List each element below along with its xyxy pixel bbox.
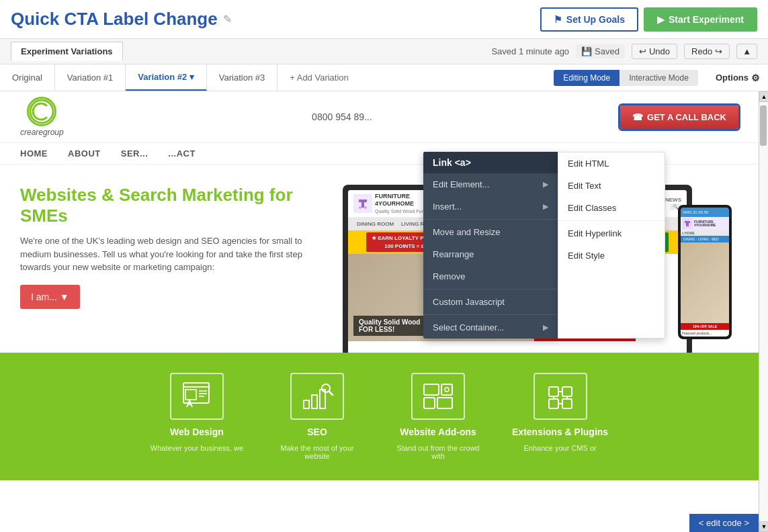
experiment-variations-tab[interactable]: Experiment Variations (11, 42, 123, 61)
call-back-label: GET A CALL BACK (647, 112, 726, 122)
menu-edit-element[interactable]: Edit Element... ▶ (423, 173, 558, 195)
call-back-button[interactable]: ☎ GET A CALL BACK (620, 105, 738, 129)
phone-menu-1: ≡ (682, 231, 684, 235)
hero-body: We're one of the UK's leading web design… (20, 234, 302, 274)
logo-circle (27, 97, 56, 126)
menu-move-resize[interactable]: Move and Resize (423, 221, 558, 243)
edit-title-icon[interactable]: ✎ (223, 13, 232, 26)
context-menu-header: Link <a> (423, 152, 558, 173)
menu-remove[interactable]: Remove (423, 265, 558, 287)
tab-variation-3[interactable]: Variation #3 (207, 64, 278, 91)
addons-svg (421, 382, 455, 412)
extensions-label: Extensions & Plugins (512, 427, 608, 437)
menu-right-sep (558, 220, 665, 221)
furniture-logo-svg (353, 194, 372, 213)
menu-edit-style[interactable]: Edit Style (558, 245, 665, 267)
tab-variation-2[interactable]: Variation #2 ▾ (126, 64, 207, 91)
tab-variation-1[interactable]: Variation #1 (55, 64, 126, 91)
seo-desc: Make the most of your website (270, 444, 364, 460)
creare-logo-svg (29, 99, 54, 124)
svg-rect-18 (441, 384, 452, 395)
saved-label: Saved (595, 46, 620, 56)
add-variation-tab[interactable]: + Add Variation (278, 66, 361, 89)
context-menu-right: Edit HTML Edit Text Edit Classes Edit Hy… (558, 152, 665, 339)
phone-brand: FURNITURE4YOURHOME (694, 220, 716, 227)
menu-separator-2 (423, 289, 558, 290)
svg-point-2 (359, 206, 361, 209)
variations-bar: Original Variation #1 Variation #2 ▾ Var… (0, 64, 768, 91)
save-icon: 💾 (581, 46, 592, 56)
nav-dining[interactable]: DINING ROOM (353, 220, 397, 228)
menu-home[interactable]: HOME (20, 148, 48, 159)
menu-insert-label: Insert... (433, 202, 462, 212)
phone-mockup: 0992.31.00.50 FURNITURE4YOURHOME ≡ HOME (678, 205, 732, 339)
seo-svg (300, 382, 334, 412)
setup-goals-label: Set Up Goals (566, 14, 625, 25)
options-button[interactable]: Options ⚙ (708, 69, 768, 87)
interactive-mode-button[interactable]: Interactive Mode (620, 70, 698, 86)
quality-label: Quality Solid WoodFOR LESS! (353, 316, 425, 336)
gear-icon: ⚙ (751, 73, 760, 83)
undo-button[interactable]: ↩ Undo (632, 44, 677, 59)
menu-insert[interactable]: Insert... ▶ (423, 195, 558, 218)
redo-button[interactable]: Redo ↪ (684, 44, 730, 59)
phone-main-image (681, 242, 729, 323)
main-content: crearegroup 0800 954 89... ☎ GET A CALL … (0, 91, 768, 532)
menu-custom-js-label: Custom Javascript (433, 297, 505, 307)
menu-contact[interactable]: ...ACT (168, 148, 196, 159)
service-addons: Website Add-ons Stand out from the crowd… (391, 373, 485, 460)
set-up-goals-button[interactable]: ⚑ Set Up Goals (540, 7, 638, 32)
scroll-thumb[interactable] (760, 105, 767, 146)
phone-icon: ☎ (632, 112, 643, 122)
service-extensions: Extensions & Plugins Enhance your CMS or (512, 373, 608, 460)
menu-remove-label: Remove (433, 271, 465, 281)
menu-select-container[interactable]: Select Container... ▶ (423, 316, 558, 339)
web-design-desc: Whatever your business, we (151, 444, 243, 452)
menu-rearrange[interactable]: Rearrange (423, 243, 558, 265)
collapse-button[interactable]: ▲ (736, 44, 757, 59)
edit-code-button[interactable]: < edit code > (689, 514, 759, 532)
mode-switches: Editing Mode Interactive Mode (554, 70, 698, 86)
scroll-up-arrow[interactable]: ▲ (759, 91, 768, 102)
extensions-svg (544, 382, 577, 412)
context-menu: Link <a> Edit Element... ▶ Insert... ▶ M… (423, 152, 665, 339)
site-phone: 0800 954 89... (312, 112, 372, 122)
tab-original[interactable]: Original (0, 64, 55, 91)
play-icon: ▶ (657, 14, 665, 25)
phone-sale-banner: 10% OFF SALE (681, 323, 729, 330)
options-label: Options (716, 73, 749, 83)
editing-mode-button[interactable]: Editing Mode (554, 70, 620, 86)
menu-edit-classes[interactable]: Edit Classes (558, 197, 665, 219)
menu-edit-html[interactable]: Edit HTML (558, 152, 665, 175)
i-am-button[interactable]: I am... ▼ (20, 285, 80, 309)
submenu-arrow-insert: ▶ (543, 202, 548, 211)
green-section: Web Design Whatever your business, we SE… (0, 353, 759, 480)
phone-url: 0992.31.00.50 (683, 210, 708, 214)
menu-about[interactable]: ABOUT (68, 148, 101, 159)
svg-rect-12 (304, 400, 309, 408)
phone-logo-svg (682, 218, 693, 229)
menu-edit-text[interactable]: Edit Text (558, 175, 665, 197)
svg-rect-23 (562, 387, 572, 396)
phone-screen: 0992.31.00.50 FURNITURE4YOURHOME ≡ HOME (681, 208, 729, 337)
phone-logo-area: FURNITURE4YOURHOME (681, 217, 729, 230)
web-design-label: Web Design (170, 427, 224, 437)
svg-rect-25 (562, 399, 572, 408)
svg-rect-7 (185, 390, 196, 400)
menu-custom-js[interactable]: Custom Javascript (423, 291, 558, 313)
redo-icon: ↪ (715, 46, 722, 56)
right-scrollbar[interactable]: ▲ ▼ (759, 91, 768, 532)
start-experiment-button[interactable]: ▶ Start Experiment (644, 7, 757, 32)
site-logo-text: crearegroup (20, 128, 64, 137)
scroll-down-arrow[interactable]: ▼ (759, 521, 768, 532)
scroll-track[interactable] (759, 102, 768, 521)
svg-rect-20 (437, 398, 452, 408)
submenu-arrow-edit: ▶ (543, 180, 548, 189)
top-bar: Quick CTA Label Change ✎ ⚑ Set Up Goals … (0, 0, 768, 39)
menu-separator-3 (423, 314, 558, 315)
phone-nav-items: ≡ HOME (681, 230, 729, 236)
menu-services[interactable]: SER... (121, 148, 148, 159)
top-right-buttons: ⚑ Set Up Goals ▶ Start Experiment (540, 7, 757, 32)
phone-menu-2: HOME (685, 231, 695, 235)
menu-edit-hyperlink[interactable]: Edit Hyperlink (558, 222, 665, 245)
